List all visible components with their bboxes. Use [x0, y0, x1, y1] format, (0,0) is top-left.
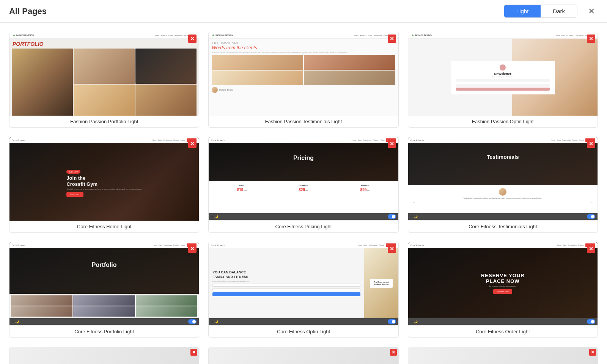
- card-cf-home-label: Core Fitness Home Light: [9, 221, 199, 232]
- fp-test-heading: Words from the clients: [212, 45, 395, 50]
- cf-test-page-title: Testimonials: [408, 143, 598, 160]
- cf-port-img1: [11, 295, 72, 306]
- cf-optin-book-title: The Busy parentWorkout Planner: [371, 281, 391, 286]
- light-mode-button[interactable]: Light: [504, 5, 541, 17]
- card-fp-portfolio-preview: ✕ FASHION PASSION Home About Us Profile …: [9, 32, 199, 116]
- fp-test-avatar: [212, 87, 218, 93]
- cf-order-headline: RESERVE YOURPLACE NOW: [481, 273, 525, 284]
- cf-port-img3: [136, 295, 197, 306]
- cf-optin-email-field[interactable]: [212, 288, 360, 291]
- fp-test-section-label: TESTIMONIALS: [212, 41, 395, 44]
- fp-test-text: Orcilrenger faucibus odio cursus facilis…: [212, 51, 395, 53]
- cf-test-quote-text: "It's beautiful, not just makes my front…: [463, 197, 542, 199]
- fp-optin-submit-btn[interactable]: [456, 88, 550, 91]
- card-cf-optin-label: Core Fitness Optin Light: [209, 326, 398, 337]
- partial-card-1: ✕: [9, 347, 199, 364]
- cf-optin-toggle[interactable]: [388, 319, 396, 324]
- fp-optin-form-card: Newsletter Subscribe to get the latest n…: [451, 61, 555, 94]
- fp-test-img4: [304, 71, 395, 85]
- fp-img-hair: [74, 49, 135, 84]
- card-cf-testimonials-label: Core Fitness Testimonials Light: [408, 221, 598, 232]
- cf-test-toggle[interactable]: [587, 214, 595, 219]
- cf-portfolio-header: Portfolio: [9, 248, 199, 294]
- cf-test-next-arrow[interactable]: →: [590, 201, 593, 204]
- card-cf-testimonials-preview: ✕ Core Fitness Home Optin Testimonials P…: [408, 137, 598, 221]
- partial-card-2-close[interactable]: ✕: [390, 349, 397, 356]
- close-button[interactable]: ✕: [585, 5, 598, 18]
- card-fp-testimonials-close[interactable]: ✕: [388, 35, 396, 43]
- cf-order-nav: Core Fitness Home Optin Confirmation Web…: [408, 242, 598, 248]
- cf-portfolio-body: Portfolio: [9, 242, 199, 318]
- cf-optin-signup-btn[interactable]: [212, 292, 360, 296]
- card-cf-order-preview: ✕ Core Fitness Home Optin Confirmation W…: [408, 242, 598, 326]
- cf-portfolio-page-title: Portfolio: [9, 248, 199, 268]
- fp-optin-brand-dot: [500, 64, 506, 71]
- fp-img-wood: [135, 85, 197, 116]
- card-cf-order: ✕ Core Fitness Home Optin Confirmation W…: [408, 242, 598, 338]
- card-cf-portfolio-close[interactable]: ✕: [188, 245, 197, 253]
- cf-order-toggle[interactable]: [587, 319, 595, 324]
- moon-icon: 🌙: [414, 320, 418, 323]
- cf-port-img6: [136, 306, 197, 317]
- cf-optin-body: YOU CAN BALANCEFAMILY AND FITNESS Lorem …: [209, 248, 398, 318]
- fp-optin-email-input[interactable]: [456, 84, 550, 87]
- card-cf-home-close[interactable]: ✕: [188, 140, 197, 148]
- dark-mode-button[interactable]: Dark: [541, 5, 577, 17]
- moon-icon: 🌙: [214, 215, 218, 218]
- fp-testimonials-nav: FASHION PASSION Home About Us Profile Te…: [209, 32, 398, 39]
- partial-card-3: ✕: [408, 347, 598, 364]
- cf-pricing-toggle[interactable]: [388, 214, 396, 219]
- cf-portfolio-toggle[interactable]: [188, 319, 197, 324]
- cf-test-nav: Core Fitness Home Optin Testimonials Por…: [408, 137, 598, 143]
- card-fp-optin-close[interactable]: ✕: [587, 35, 595, 43]
- cf-test-navigation: ← →: [411, 201, 594, 204]
- cf-port-img2: [73, 295, 135, 306]
- cf-test-header: Testimonials: [408, 143, 598, 185]
- cf-home-nav: Core Fitness Home Optin Confirmation Web…: [9, 137, 199, 143]
- cf-optin-name-field[interactable]: [212, 284, 360, 287]
- partial-cards-row: ✕ ✕ ✕: [0, 347, 607, 364]
- cf-home-cta-btn[interactable]: MORE INFO: [66, 192, 83, 197]
- card-fp-portfolio-label: Fashion Passion Portfolio Light: [9, 116, 199, 127]
- cf-optin-right-panel: The Busy parentWorkout Planner: [364, 248, 398, 318]
- cf-test-footer-bar: ☀ 🌙: [408, 213, 598, 220]
- sun-icon: ☀: [211, 215, 214, 218]
- card-fp-optin-label: Fashion Passion Optin Light: [408, 116, 598, 127]
- fp-optin-subtitle: Subscribe to get the latest news: [456, 76, 550, 78]
- fp-test-img1: [212, 55, 303, 70]
- cf-test-prev-arrow[interactable]: ←: [413, 201, 416, 204]
- cf-pricing-footer-bar: ☀ 🌙: [209, 213, 398, 220]
- cf-pricing-header: Pricing: [209, 143, 398, 181]
- cf-optin-nav: Core Fitness Home Optin Confirmation Web…: [209, 242, 398, 248]
- partial-card-1-close[interactable]: ✕: [190, 349, 197, 356]
- card-cf-home-preview: ✕ Core Fitness Home Optin Confirmation W…: [9, 137, 199, 221]
- fp-logo: FASHION PASSION: [13, 34, 34, 37]
- card-cf-order-close[interactable]: ✕: [587, 245, 595, 253]
- card-fp-portfolio-close[interactable]: ✕: [188, 35, 197, 43]
- cf-test-quote-card: "It's beautiful, not just makes my front…: [408, 185, 598, 213]
- page-header: All Pages Light Dark ✕: [0, 0, 607, 23]
- card-fp-portfolio: ✕ FASHION PASSION Home About Us Profile …: [9, 32, 199, 128]
- card-cf-optin-close[interactable]: ✕: [388, 245, 396, 253]
- fp-test-body: TESTIMONIALS Words from the clients Orci…: [209, 39, 398, 116]
- card-cf-pricing-close[interactable]: ✕: [388, 140, 396, 148]
- card-cf-testimonials-close[interactable]: ✕: [587, 140, 595, 148]
- fp-img-couple: [12, 49, 73, 116]
- partial-card-3-close[interactable]: ✕: [589, 349, 596, 356]
- cf-portfolio-nav: Core Fitness Home Optin Testimonials Por…: [9, 242, 199, 248]
- cf-pricing-page-title: Pricing: [209, 143, 398, 162]
- fp-optin-input[interactable]: [456, 79, 550, 82]
- cf-portfolio-image-grid: [9, 294, 199, 318]
- cf-port-img4: [11, 306, 72, 317]
- partial-preview-3: [408, 347, 598, 364]
- card-cf-portfolio-preview: ✕ Core Fitness Home Optin Testimonials P…: [9, 242, 199, 326]
- cf-home-subtext: Crossfit fit ut ac venetur at labore mag…: [66, 188, 142, 190]
- cf-optin-sub: Lorem ipsum dolor sit amet consectetur a…: [212, 280, 360, 282]
- cf-order-cta-btn[interactable]: Reserve Now: [493, 289, 512, 294]
- partial-preview-1: [9, 347, 199, 364]
- cf-pricing-table: Basic $19/mo Standard $29/mo Premium $99…: [209, 181, 398, 213]
- cf-pricing-standard: Standard $29/mo: [274, 184, 333, 192]
- cf-port-img5: [73, 306, 135, 317]
- moon-icon: 🌙: [15, 320, 19, 323]
- cf-order-body: RESERVE YOURPLACE NOW Lorem ipsum dolor …: [408, 242, 598, 318]
